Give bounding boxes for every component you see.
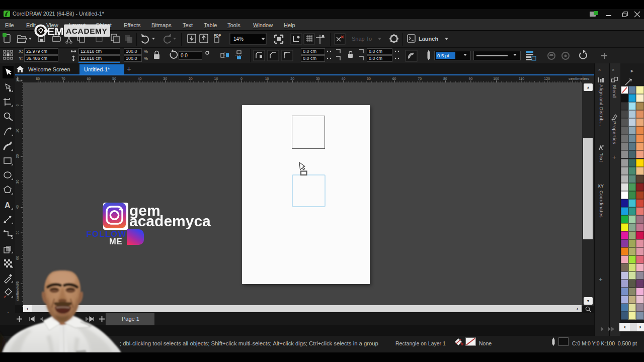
svg-text:40: 40 <box>342 77 346 80</box>
svg-text:0: 0 <box>240 77 243 80</box>
svg-text:70: 70 <box>61 77 65 80</box>
svg-text:A: A <box>5 201 11 210</box>
svg-text:XY: XY <box>598 184 604 189</box>
svg-text:100: 100 <box>493 77 499 80</box>
svg-text:10: 10 <box>16 78 19 82</box>
svg-text:10: 10 <box>16 129 19 133</box>
svg-text:80: 80 <box>36 77 40 80</box>
svg-text:120: 120 <box>544 77 550 80</box>
svg-text:14%: 14% <box>233 36 244 42</box>
svg-text:30: 30 <box>316 77 320 80</box>
svg-text:Snap To: Snap To <box>352 36 372 42</box>
svg-text:50: 50 <box>112 77 116 80</box>
svg-text:20: 20 <box>290 77 294 80</box>
svg-text:60: 60 <box>87 77 91 80</box>
svg-text:40: 40 <box>138 77 142 80</box>
svg-text:EM: EM <box>47 25 64 38</box>
svg-text:60: 60 <box>392 77 396 80</box>
svg-text:academyca: academyca <box>129 213 211 229</box>
svg-text:40: 40 <box>16 205 19 209</box>
svg-text:80: 80 <box>443 77 447 80</box>
svg-text:70: 70 <box>418 77 422 80</box>
svg-text:10: 10 <box>265 77 269 80</box>
svg-text:ACADEMY: ACADEMY <box>66 27 108 35</box>
svg-text:50: 50 <box>16 231 19 235</box>
svg-text:ME: ME <box>109 237 123 246</box>
svg-text:10: 10 <box>214 77 218 80</box>
svg-text:0: 0 <box>16 104 19 106</box>
svg-text:50: 50 <box>367 77 371 80</box>
svg-text:30: 30 <box>16 179 19 184</box>
svg-text:110: 110 <box>519 77 524 80</box>
svg-text:20: 20 <box>16 154 19 158</box>
svg-text:60: 60 <box>16 256 19 260</box>
svg-text:PDF: PDF <box>214 34 221 37</box>
svg-text:90: 90 <box>469 77 473 80</box>
svg-text:Launch: Launch <box>419 36 438 42</box>
svg-text:30: 30 <box>163 77 167 80</box>
svg-text:20: 20 <box>189 77 193 80</box>
